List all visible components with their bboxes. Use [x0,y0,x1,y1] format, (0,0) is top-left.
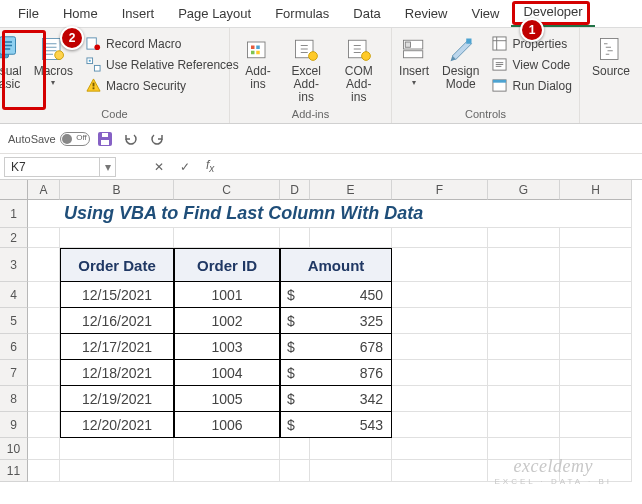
visual-basic-button[interactable]: Visual Basic [0,32,28,91]
tab-data[interactable]: Data [341,0,392,27]
autosave-toggle[interactable]: AutoSave Off [8,132,90,146]
spreadsheet-grid[interactable]: A B C D E F G H 1 Using VBA to Find Last… [0,180,642,482]
enter-formula-button[interactable]: ✓ [172,160,198,174]
excel-addins-button[interactable]: Excel Add-ins [280,32,332,105]
addins-button[interactable]: Add- ins [236,32,280,91]
redo-button[interactable] [146,128,168,150]
design-mode-button[interactable]: Design Mode [436,32,485,91]
record-macro-button[interactable]: Record Macro [83,34,242,53]
source-label: Source [592,65,630,78]
tab-formulas[interactable]: Formulas [263,0,341,27]
callout-1: 1 [520,18,544,42]
tab-home[interactable]: Home [51,0,110,27]
table-row[interactable]: 712/18/20211004$876 [0,360,642,386]
row-header-9[interactable]: 9 [0,412,28,438]
run-dialog-button[interactable]: Run Dialog [489,76,574,95]
col-header-c[interactable]: C [174,180,280,200]
cell-order-id[interactable]: 1003 [174,334,280,360]
row-header-10[interactable]: 10 [0,438,28,460]
cell-amount[interactable]: $325 [280,308,392,334]
row-header-7[interactable]: 7 [0,360,28,386]
cell-order-id[interactable]: 1004 [174,360,280,386]
column-headers[interactable]: A B C D E F G H [28,180,642,200]
cell-order-date[interactable]: 12/18/2021 [60,360,174,386]
cell-amount[interactable]: $342 [280,386,392,412]
undo-button[interactable] [120,128,142,150]
row-header-1[interactable]: 1 [0,200,28,228]
svg-point-17 [309,52,318,61]
tab-insert[interactable]: Insert [110,0,167,27]
chevron-down-icon: ▾ [412,79,416,88]
col-header-b[interactable]: B [60,180,174,200]
relative-references-label: Use Relative References [106,58,239,72]
view-code-label: View Code [512,58,570,72]
table-header-order-id: Order ID [174,248,280,282]
col-header-f[interactable]: F [392,180,488,200]
view-code-button[interactable]: View Code [489,55,574,74]
table-row[interactable]: 512/16/20211002$325 [0,308,642,334]
macro-security-button[interactable]: Macro Security [83,76,242,95]
cell-order-date[interactable]: 12/16/2021 [60,308,174,334]
svg-rect-28 [600,39,618,60]
cell-order-id[interactable]: 1001 [174,282,280,308]
cell-order-id[interactable]: 1005 [174,386,280,412]
row-header-8[interactable]: 8 [0,386,28,412]
svg-rect-8 [89,60,91,62]
row-header-5[interactable]: 5 [0,308,28,334]
table-row[interactable]: 412/15/20211001$450 [0,282,642,308]
view-code-icon [492,57,507,72]
cell-order-date[interactable]: 12/20/2021 [60,412,174,438]
use-relative-references-button[interactable]: Use Relative References [83,55,242,74]
table-row[interactable]: 912/20/20211006$543 [0,412,642,438]
cell-order-id[interactable]: 1002 [174,308,280,334]
com-addins-button[interactable]: COM Add-ins [332,32,384,105]
insert-control-icon [400,35,428,63]
row-header-4[interactable]: 4 [0,282,28,308]
table-header-order-date: Order Date [60,248,174,282]
row-header-3[interactable]: 3 [0,248,28,282]
name-box[interactable]: K7 [4,157,100,177]
svg-rect-11 [248,42,266,58]
col-header-d[interactable]: D [280,180,310,200]
cell-order-date[interactable]: 12/17/2021 [60,334,174,360]
select-all-triangle[interactable] [0,180,28,200]
insert-control-button[interactable]: Insert ▾ [392,32,436,88]
tab-review[interactable]: Review [393,0,460,27]
formula-input[interactable] [222,158,642,176]
cell-amount[interactable]: $876 [280,360,392,386]
col-header-g[interactable]: G [488,180,560,200]
cell-amount[interactable]: $678 [280,334,392,360]
cell-amount[interactable]: $543 [280,412,392,438]
table-row[interactable]: 812/19/20211005$342 [0,386,642,412]
cell-amount[interactable]: $450 [280,282,392,308]
cell-order-date[interactable]: 12/19/2021 [60,386,174,412]
table-row[interactable]: 612/17/20211003$678 [0,334,642,360]
row-header-11[interactable]: 11 [0,460,28,482]
tab-view[interactable]: View [459,0,511,27]
svg-rect-22 [404,51,423,58]
table-header-amount: Amount [280,248,392,282]
cell-order-date[interactable]: 12/15/2021 [60,282,174,308]
svg-rect-15 [256,51,260,55]
cell-order-id[interactable]: 1006 [174,412,280,438]
name-box-dropdown[interactable]: ▾ [100,157,116,177]
macros-label: Macros [34,65,73,78]
tab-file[interactable]: File [6,0,51,27]
source-button[interactable]: Source [586,32,636,78]
col-header-e[interactable]: E [310,180,392,200]
col-header-h[interactable]: H [560,180,632,200]
addins-icon [244,35,272,63]
undo-icon [123,131,139,147]
relative-references-icon [86,57,101,72]
insert-function-button[interactable]: fx [198,158,222,174]
col-header-a[interactable]: A [28,180,60,200]
svg-rect-27 [493,80,506,83]
save-button[interactable] [94,128,116,150]
svg-rect-7 [94,65,100,71]
callout-2: 2 [60,26,84,50]
excel-addins-label: Excel Add-ins [286,65,326,105]
row-header-2[interactable]: 2 [0,228,28,248]
cancel-formula-button[interactable]: ✕ [146,160,172,174]
row-header-6[interactable]: 6 [0,334,28,360]
tab-page-layout[interactable]: Page Layout [166,0,263,27]
